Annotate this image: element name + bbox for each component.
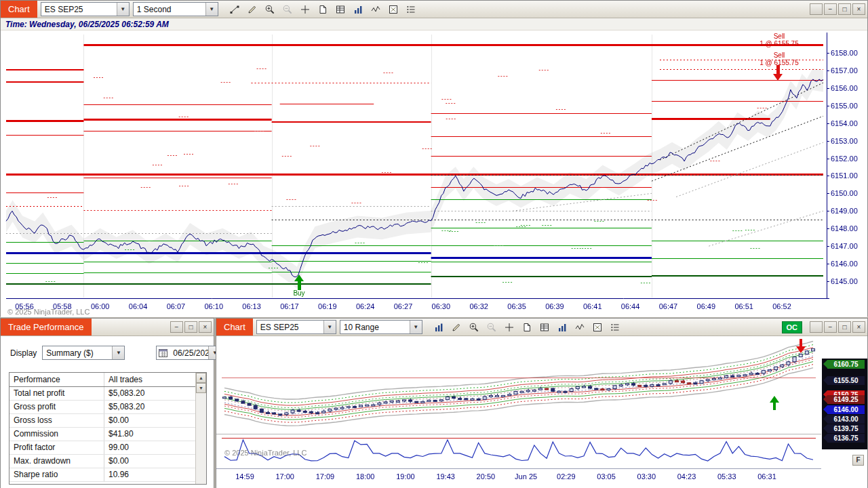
top-window-controls: − □ × bbox=[810, 3, 867, 15]
time-tick-label: 06:44 bbox=[621, 302, 640, 310]
snapshot-icon[interactable] bbox=[519, 320, 535, 334]
close-button[interactable]: × bbox=[199, 321, 212, 333]
zoom-in-icon[interactable] bbox=[262, 2, 278, 16]
date-picker[interactable]: 06/25/2025 ▼ bbox=[156, 346, 221, 360]
time-tick-label: 06:19 bbox=[318, 302, 337, 310]
time-display: Time: Wednesday, 06/25/2025 06:52:59 AM bbox=[1, 18, 867, 30]
price-tick-label: 6154.00 bbox=[831, 119, 858, 127]
time-tick-label: 06:49 bbox=[697, 302, 716, 310]
table-row: Total net profit$5,083.20 bbox=[9, 387, 206, 401]
metric-label: Max. drawdown bbox=[9, 455, 104, 468]
trade-performance-titlebar[interactable]: Trade Performance − □ × bbox=[1, 319, 214, 336]
top-instrument-combo[interactable]: ES SEP25 ▼ bbox=[41, 2, 130, 16]
time-tick-label: 18:00 bbox=[356, 472, 375, 481]
minimize-button[interactable]: − bbox=[170, 321, 183, 333]
minimize-button[interactable]: − bbox=[824, 3, 837, 15]
display-row: Display Summary ($) ▼ 06/25/2025 ▼ bbox=[1, 346, 214, 360]
scroll-down-icon[interactable]: ▼ bbox=[196, 383, 206, 393]
price-marker-label: 6136.75 bbox=[827, 434, 865, 443]
metric-label: Sharpe ratio bbox=[9, 468, 104, 481]
crosshair-icon[interactable] bbox=[298, 2, 313, 16]
metric-value: 99.00 bbox=[104, 441, 206, 454]
indicators-icon[interactable] bbox=[555, 320, 570, 334]
drawing-tools-icon[interactable] bbox=[368, 2, 384, 16]
top-chart-window: Chart ES SEP25 ▼ 1 Second ▼ − □ × bbox=[0, 0, 868, 317]
bottom-chart-plot: 6160.756155.506150.756149.256146.006143.… bbox=[216, 336, 867, 488]
table-row: Profit factor99.00 bbox=[9, 441, 206, 455]
chevron-down-icon[interactable]: ▼ bbox=[323, 321, 336, 333]
strategies-icon[interactable] bbox=[386, 2, 401, 16]
maximize-button[interactable]: □ bbox=[838, 3, 851, 15]
chevron-down-icon[interactable]: ▼ bbox=[117, 3, 129, 16]
drawing-tools-icon[interactable] bbox=[572, 320, 588, 334]
data-series-icon[interactable] bbox=[333, 2, 349, 16]
table-row: Gross loss$0.00 bbox=[9, 414, 206, 428]
metric-label: Total net profit bbox=[9, 387, 104, 400]
crosshair-icon[interactable] bbox=[502, 320, 517, 334]
bottom-interval-combo[interactable]: 10 Range ▼ bbox=[340, 320, 422, 334]
time-tick-label: 14:59 bbox=[235, 472, 254, 481]
scroll-up-icon[interactable]: ▲ bbox=[196, 373, 206, 383]
top-chart-plot: © 2025 NinjaTrader, LLC Sell 1 @ 6155.75… bbox=[1, 30, 867, 317]
chevron-down-icon[interactable]: ▼ bbox=[112, 346, 124, 359]
time-tick-label: 06:35 bbox=[507, 302, 526, 310]
buy-arrow-icon bbox=[294, 274, 304, 290]
metric-value: $5,083.20 bbox=[104, 401, 206, 413]
trendline-icon[interactable] bbox=[227, 2, 243, 16]
maximize-button[interactable]: □ bbox=[184, 321, 197, 333]
bottom-instrument-value: ES SEP25 bbox=[257, 323, 323, 332]
trade-performance-body: Display Summary ($) ▼ 06/25/2025 ▼ Perfo… bbox=[1, 336, 214, 488]
price-tick-label: 6157.00 bbox=[831, 66, 858, 75]
top-chart-toolbar bbox=[227, 2, 419, 16]
trade-performance-window: Trade Performance − □ × Display Summary … bbox=[0, 318, 214, 488]
price-tick-label: 6146.00 bbox=[831, 260, 858, 268]
price-tick-label: 6152.00 bbox=[831, 155, 858, 163]
chevron-down-icon[interactable]: ▼ bbox=[205, 3, 218, 16]
metric-label: Gross loss bbox=[9, 414, 104, 427]
close-button[interactable]: × bbox=[852, 321, 865, 333]
focus-button[interactable]: F bbox=[852, 455, 864, 466]
oc-status-badge[interactable]: OC bbox=[782, 321, 803, 333]
draw-pencil-icon[interactable] bbox=[449, 320, 465, 334]
top-chart-titlebar[interactable]: Chart ES SEP25 ▼ 1 Second ▼ − □ × bbox=[1, 1, 867, 18]
bottom-chart-titlebar[interactable]: Chart ES SEP25 ▼ 10 Range ▼ OC − □ bbox=[216, 319, 867, 336]
chart-style-icon[interactable] bbox=[431, 320, 447, 334]
pin-button[interactable] bbox=[810, 3, 823, 15]
properties-list-icon[interactable] bbox=[608, 320, 623, 334]
display-mode-combo[interactable]: Summary ($) ▼ bbox=[42, 346, 125, 360]
metric-value: 10.96 bbox=[104, 468, 206, 481]
bottom-chart-canvas[interactable] bbox=[216, 336, 867, 488]
calendar-icon bbox=[159, 348, 167, 357]
indicators-icon[interactable] bbox=[351, 2, 366, 16]
time-tick-label: 06:13 bbox=[242, 302, 261, 310]
top-chart-canvas[interactable] bbox=[1, 30, 867, 317]
bottom-instrument-combo[interactable]: ES SEP25 ▼ bbox=[256, 320, 336, 334]
price-tick-label: 6156.00 bbox=[831, 84, 858, 92]
maximize-button[interactable]: □ bbox=[838, 321, 851, 333]
table-scrollbar[interactable]: ▲ ▼ bbox=[195, 373, 206, 484]
strategies-icon[interactable] bbox=[590, 320, 606, 334]
minimize-button[interactable]: − bbox=[824, 321, 837, 333]
zoom-out-icon[interactable] bbox=[280, 2, 296, 16]
data-series-icon[interactable] bbox=[537, 320, 553, 334]
time-tick-label: 04:23 bbox=[677, 472, 696, 481]
properties-list-icon[interactable] bbox=[403, 2, 419, 16]
metric-value: $0.00 bbox=[104, 455, 206, 468]
top-interval-combo[interactable]: 1 Second ▼ bbox=[133, 2, 218, 16]
snapshot-icon[interactable] bbox=[315, 2, 331, 16]
bottom-chart-title-tab: Chart bbox=[216, 319, 253, 336]
draw-pencil-icon[interactable] bbox=[245, 2, 260, 16]
column-header-all-trades: All trades bbox=[104, 373, 206, 386]
display-mode-value: Summary ($) bbox=[43, 348, 112, 358]
sell-annotation-2: Sell 1 @ 6155.75 bbox=[753, 52, 805, 66]
zoom-out-icon[interactable] bbox=[484, 320, 500, 334]
time-tick-label: 02:29 bbox=[557, 472, 576, 481]
close-button[interactable]: × bbox=[852, 3, 865, 15]
pin-button[interactable] bbox=[810, 321, 823, 333]
price-tick-label: 6149.00 bbox=[831, 207, 858, 215]
metric-value: $41.80 bbox=[104, 428, 206, 441]
price-tick-label: 6155.00 bbox=[831, 102, 858, 110]
zoom-in-icon[interactable] bbox=[467, 320, 482, 334]
time-tick-label: 06:47 bbox=[659, 302, 678, 310]
chevron-down-icon[interactable]: ▼ bbox=[410, 321, 422, 333]
